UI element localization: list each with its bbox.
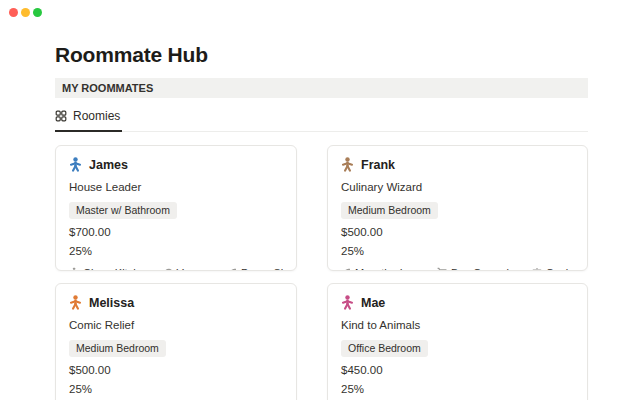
person-icon <box>69 157 82 172</box>
roommate-card[interactable]: Mae Kind to Animals Office Bedroom $450.… <box>327 283 588 400</box>
vacuum-hose-icon <box>163 267 173 271</box>
split-percent: 25% <box>341 383 574 396</box>
person-icon <box>341 157 354 172</box>
split-percent: 25% <box>69 383 283 396</box>
room-tag: Office Bedroom <box>341 340 428 357</box>
gallery-grid-icon <box>55 110 67 122</box>
task-label: Vacuum <box>177 267 217 272</box>
task-chip[interactable]: Mow the Lawn <box>341 267 426 272</box>
roommate-card[interactable]: James House Leader Master w/ Bathroom $7… <box>55 145 297 271</box>
task-label: Mow the Lawn <box>355 267 426 272</box>
shopping-cart-icon <box>437 267 447 271</box>
split-percent: 25% <box>341 245 574 258</box>
rent-amount: $500.00 <box>341 226 574 239</box>
roommate-role: Culinary Wizard <box>341 181 574 194</box>
task-label: Prune Shrubs <box>241 267 283 272</box>
roommate-card[interactable]: Melissa Comic Relief Medium Bedroom $500… <box>55 283 297 400</box>
roommate-name: James <box>89 158 128 172</box>
tab-label: Roomies <box>73 109 120 123</box>
task-label: Cook Friday night dinner <box>546 267 574 272</box>
task-label: Buy Groceries <box>451 267 521 272</box>
roommate-role: Comic Relief <box>69 319 283 332</box>
close-button[interactable] <box>9 8 18 17</box>
section-banner-label: MY ROOMMATES <box>62 82 153 94</box>
minimize-button[interactable] <box>21 8 30 17</box>
tab-roomies[interactable]: Roomies <box>55 105 122 132</box>
task-chip[interactable]: Clean Kitchen <box>69 267 152 272</box>
roommate-name: Frank <box>361 158 395 172</box>
roommate-role: House Leader <box>69 181 283 194</box>
leaf-icon <box>341 267 351 271</box>
rent-amount: $700.00 <box>69 226 283 239</box>
page-content: Roommate Hub MY ROOMMATES Roomies <box>0 43 640 400</box>
task-chip[interactable]: Buy Groceries <box>437 267 521 272</box>
person-icon <box>69 295 82 310</box>
room-tag: Master w/ Bathroom <box>69 202 177 219</box>
task-list: Mow the Lawn Buy Groceries Cook Friday n… <box>341 267 574 272</box>
roommate-name: Melissa <box>89 296 134 310</box>
spray-bottle-icon <box>69 267 79 271</box>
room-tag: Medium Bedroom <box>341 202 438 219</box>
rent-amount: $500.00 <box>69 364 283 377</box>
cooking-pot-icon <box>532 267 542 271</box>
task-chip[interactable]: Prune Shrubs <box>227 267 283 272</box>
window-titlebar <box>0 0 640 24</box>
roommate-name: Mae <box>361 296 385 310</box>
task-label: Clean Kitchen <box>83 267 152 272</box>
zoom-button[interactable] <box>33 8 42 17</box>
roommate-role: Kind to Animals <box>341 319 574 332</box>
task-list: Clean Kitchen Vacuum Prune Shrubs <box>69 267 283 272</box>
section-banner: MY ROOMMATES <box>55 78 588 98</box>
leaf-icon <box>227 267 237 271</box>
cards-grid: James House Leader Master w/ Bathroom $7… <box>55 145 588 400</box>
page-title: Roommate Hub <box>55 43 588 67</box>
person-icon <box>341 295 354 310</box>
roommate-card[interactable]: Frank Culinary Wizard Medium Bedroom $50… <box>327 145 588 271</box>
task-chip[interactable]: Cook Friday night dinner <box>532 267 574 272</box>
task-chip[interactable]: Vacuum <box>163 267 217 272</box>
rent-amount: $450.00 <box>341 364 574 377</box>
room-tag: Medium Bedroom <box>69 340 166 357</box>
split-percent: 25% <box>69 245 283 258</box>
view-tabbar: Roomies <box>55 105 588 132</box>
